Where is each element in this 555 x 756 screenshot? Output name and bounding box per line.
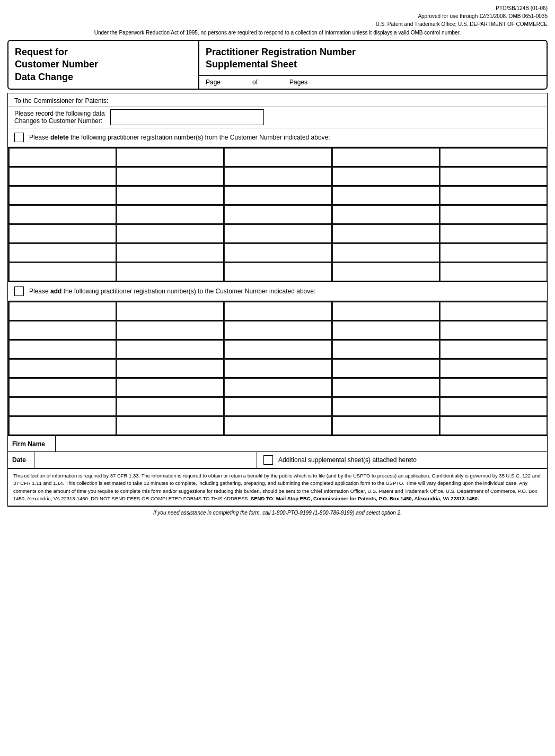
add-section-label: Please add the following practitioner re… — [29, 287, 315, 296]
add-cell-6-1[interactable] — [8, 397, 116, 416]
delete-cell-5-2[interactable] — [116, 224, 224, 243]
delete-cell-1-4[interactable] — [332, 147, 439, 167]
delete-cell-6-5[interactable] — [439, 243, 547, 262]
approved-line: Approved for use through 12/31/2008. OMB… — [418, 13, 548, 19]
add-input-grid — [8, 301, 547, 435]
delete-cell-3-5[interactable] — [439, 186, 547, 205]
firm-name-input[interactable] — [56, 436, 547, 451]
footer-notice: This collection of information is requir… — [8, 469, 547, 506]
top-right-info: PTO/SB/124B (01-06) Approved for use thr… — [7, 4, 548, 28]
add-cell-7-3[interactable] — [224, 416, 331, 435]
delete-cell-1-5[interactable] — [439, 147, 547, 167]
delete-cell-7-5[interactable] — [439, 262, 547, 281]
form-title: Request for Customer Number Data Change — [15, 46, 192, 83]
delete-cell-1-3[interactable] — [224, 147, 331, 167]
delete-cell-6-1[interactable] — [8, 243, 116, 262]
add-cell-2-1[interactable] — [8, 320, 116, 340]
add-cell-4-4[interactable] — [332, 359, 439, 378]
delete-cell-7-4[interactable] — [332, 262, 439, 281]
delete-cell-7-3[interactable] — [224, 262, 331, 281]
add-cell-3-5[interactable] — [439, 340, 547, 359]
delete-input-grid — [8, 147, 547, 281]
header-right: Practitioner Registration Number Supplem… — [199, 41, 547, 89]
date-row: Date Additional supplemental sheet(s) at… — [8, 452, 547, 469]
delete-cell-2-5[interactable] — [439, 167, 547, 186]
delete-cell-6-2[interactable] — [116, 243, 224, 262]
add-cell-1-2[interactable] — [116, 301, 224, 320]
add-cell-5-5[interactable] — [439, 378, 547, 397]
add-cell-5-1[interactable] — [8, 378, 116, 397]
add-cell-4-1[interactable] — [8, 359, 116, 378]
delete-section-row: Please delete the following practitioner… — [8, 128, 547, 147]
date-input[interactable] — [34, 452, 257, 468]
add-cell-1-5[interactable] — [439, 301, 547, 320]
firm-name-label: Firm Name — [8, 436, 56, 451]
add-cell-4-2[interactable] — [116, 359, 224, 378]
add-cell-6-2[interactable] — [116, 397, 224, 416]
delete-cell-3-3[interactable] — [224, 186, 331, 205]
add-cell-6-4[interactable] — [332, 397, 439, 416]
delete-checkbox[interactable] — [14, 133, 24, 142]
footer-assistance: If you need assistance in completing the… — [7, 507, 548, 518]
add-cell-7-2[interactable] — [116, 416, 224, 435]
commissioner-line: To the Commissioner for Patents: — [8, 93, 547, 107]
add-cell-2-3[interactable] — [224, 320, 331, 340]
date-label: Date — [8, 452, 34, 468]
add-cell-6-3[interactable] — [224, 397, 331, 416]
delete-cell-1-1[interactable] — [8, 147, 116, 167]
add-cell-2-2[interactable] — [116, 320, 224, 340]
customer-number-label: Please record the following data Changes… — [14, 110, 105, 125]
add-cell-3-3[interactable] — [224, 340, 331, 359]
delete-cell-7-2[interactable] — [116, 262, 224, 281]
add-cell-4-5[interactable] — [439, 359, 547, 378]
form-number: PTO/SB/124B (01-06) — [496, 5, 548, 11]
delete-cell-2-2[interactable] — [116, 167, 224, 186]
add-cell-2-5[interactable] — [439, 320, 547, 340]
add-cell-1-1[interactable] — [8, 301, 116, 320]
delete-cell-6-4[interactable] — [332, 243, 439, 262]
add-cell-3-4[interactable] — [332, 340, 439, 359]
paperwork-notice: Under the Paperwork Reduction Act of 199… — [7, 29, 548, 37]
delete-cell-1-2[interactable] — [116, 147, 224, 167]
add-cell-5-4[interactable] — [332, 378, 439, 397]
add-cell-2-4[interactable] — [332, 320, 439, 340]
footer-send-to: SEND TO: Mail Stop EBC, Commissioner for… — [251, 496, 479, 501]
add-cell-7-5[interactable] — [439, 416, 547, 435]
delete-cell-2-4[interactable] — [332, 167, 439, 186]
add-cell-7-4[interactable] — [332, 416, 439, 435]
delete-cell-4-3[interactable] — [224, 205, 331, 224]
delete-cell-7-1[interactable] — [8, 262, 116, 281]
of-label: of — [252, 79, 258, 86]
add-cell-1-3[interactable] — [224, 301, 331, 320]
header-left: Request for Customer Number Data Change — [8, 41, 199, 89]
customer-number-row: Please record the following data Changes… — [8, 107, 547, 128]
add-cell-7-1[interactable] — [8, 416, 116, 435]
delete-cell-5-1[interactable] — [8, 224, 116, 243]
delete-cell-2-1[interactable] — [8, 167, 116, 186]
delete-cell-6-3[interactable] — [224, 243, 331, 262]
delete-cell-2-3[interactable] — [224, 167, 331, 186]
delete-cell-3-1[interactable] — [8, 186, 116, 205]
delete-cell-5-3[interactable] — [224, 224, 331, 243]
add-cell-4-3[interactable] — [224, 359, 331, 378]
delete-cell-4-1[interactable] — [8, 205, 116, 224]
supplemental-sheet-title: Practitioner Registration Number Supplem… — [199, 41, 547, 76]
add-cell-1-4[interactable] — [332, 301, 439, 320]
delete-cell-4-5[interactable] — [439, 205, 547, 224]
delete-cell-5-4[interactable] — [332, 224, 439, 243]
pages-label: Pages — [289, 79, 307, 86]
page-info: Page of Pages — [199, 76, 547, 89]
add-cell-3-2[interactable] — [116, 340, 224, 359]
add-cell-6-5[interactable] — [439, 397, 547, 416]
delete-cell-3-2[interactable] — [116, 186, 224, 205]
customer-number-input[interactable] — [110, 109, 264, 125]
delete-cell-4-4[interactable] — [332, 205, 439, 224]
delete-cell-3-4[interactable] — [332, 186, 439, 205]
add-cell-5-3[interactable] — [224, 378, 331, 397]
add-checkbox[interactable] — [14, 286, 24, 296]
delete-cell-4-2[interactable] — [116, 205, 224, 224]
delete-cell-5-5[interactable] — [439, 224, 547, 243]
add-cell-3-1[interactable] — [8, 340, 116, 359]
add-cell-5-2[interactable] — [116, 378, 224, 397]
supplemental-checkbox[interactable] — [263, 455, 273, 465]
